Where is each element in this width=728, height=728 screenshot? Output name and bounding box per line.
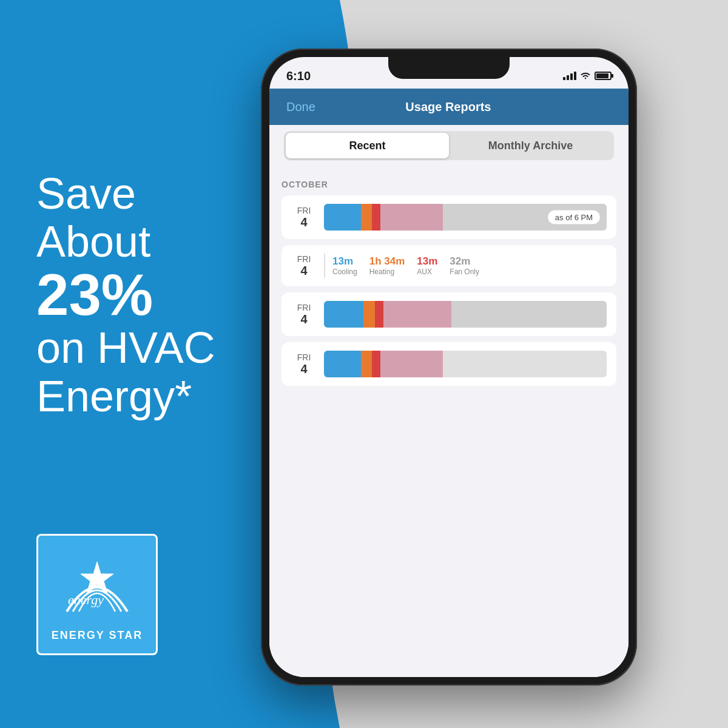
tab-recent[interactable]: Recent [286, 133, 449, 158]
nav-bar: Done Usage Reports [269, 89, 629, 125]
day-label-stats: FRI 4 [291, 254, 317, 278]
day-label-1: FRI 4 [291, 206, 317, 229]
battery-icon [595, 72, 612, 80]
left-panel-text: Save About 23% on HVAC Energy* [36, 170, 215, 420]
done-button[interactable]: Done [286, 100, 315, 114]
stat-cooling-label: Cooling [332, 268, 357, 276]
nav-title: Usage Reports [405, 100, 491, 114]
tab-monthly-archive-label: Monthly Archive [488, 140, 573, 152]
day-name-1: FRI [291, 206, 317, 215]
stat-aux-label: AUX [417, 268, 437, 276]
stat-aux: 13m AUX [417, 255, 437, 276]
bar-track-4 [324, 351, 607, 377]
stat-cooling-value: 13m [332, 255, 357, 268]
signal-bar-4 [574, 72, 576, 80]
wifi-icon [580, 71, 591, 81]
bar-orange-4 [361, 351, 372, 377]
save-line2: About [36, 217, 150, 266]
segmented-control: Recent Monthly Archive [284, 131, 614, 160]
bar-blue-4 [324, 351, 361, 377]
bar-cooling-1 [324, 204, 361, 231]
signal-bar-2 [567, 75, 569, 80]
tab-monthly-archive[interactable]: Monthly Archive [449, 133, 612, 158]
day-num-stats: 4 [291, 264, 317, 278]
phone-frame: 6:10 Don [261, 49, 637, 686]
svg-marker-0 [81, 562, 113, 593]
day-num-4: 4 [291, 362, 317, 376]
tab-recent-label: Recent [349, 140, 385, 152]
signal-bar-1 [563, 77, 565, 80]
bar-blue-3 [324, 301, 363, 328]
bar-aux-1 [372, 204, 380, 231]
phone-container: 6:10 Don [261, 49, 637, 686]
usage-row-1[interactable]: FRI 4 as of 6 PM [281, 195, 616, 239]
usage-row-4[interactable]: FRI 4 [281, 342, 616, 386]
day-num-1: 4 [291, 215, 317, 229]
bar-red-3 [375, 301, 383, 328]
phone-notch [388, 57, 510, 79]
stat-heating-value: 1h 34m [369, 255, 405, 268]
battery-fill [596, 73, 608, 78]
day-name-3: FRI [291, 303, 317, 312]
bar-heating-1 [361, 204, 372, 231]
bar-empty-3 [451, 301, 607, 328]
bar-track-3 [324, 301, 607, 328]
phone-screen: 6:10 Don [269, 57, 629, 677]
day-name-4: FRI [291, 352, 317, 362]
stat-fan-value: 32m [450, 255, 479, 268]
hvac-line2: Energy* [36, 372, 192, 420]
stats-values: 13m Cooling 1h 34m Heating 13m AUX 32m [332, 255, 607, 276]
day-name-stats: FRI [291, 254, 317, 264]
save-line1: Save [36, 169, 136, 218]
stats-divider [324, 254, 325, 278]
hvac-line1: on HVAC [36, 323, 215, 372]
content-area: OCTOBER FRI 4 as of 6 PM [269, 170, 629, 677]
bar-pink-4 [380, 351, 443, 377]
bar-pink-1 [380, 204, 443, 231]
stat-fan: 32m Fan Only [450, 255, 479, 276]
as-of-badge: as of 6 PM [547, 210, 601, 225]
bar-red-4 [372, 351, 380, 377]
status-icons [563, 71, 612, 81]
day-label-4: FRI 4 [291, 352, 317, 376]
status-time: 6:10 [286, 69, 311, 83]
percent-text: 23% [36, 266, 215, 324]
bar-orange-3 [363, 301, 375, 328]
stat-aux-value: 13m [417, 255, 437, 268]
stat-cooling: 13m Cooling [332, 255, 357, 276]
section-label: OCTOBER [281, 180, 616, 189]
energy-star-logo-icon: energy [55, 548, 140, 627]
day-num-3: 4 [291, 312, 317, 326]
stat-heating-label: Heating [369, 268, 405, 276]
bar-empty-4 [443, 351, 607, 377]
stats-row[interactable]: FRI 4 13m Cooling 1h 34m Heating [281, 245, 616, 286]
usage-row-3[interactable]: FRI 4 [281, 292, 616, 336]
stat-fan-label: Fan Only [450, 268, 479, 276]
stat-heating: 1h 34m Heating [369, 255, 405, 276]
svg-text:energy: energy [68, 592, 104, 607]
signal-bars-icon [563, 72, 576, 80]
bar-track-1: as of 6 PM [324, 204, 607, 231]
signal-bar-3 [570, 73, 573, 80]
day-label-3: FRI 4 [291, 303, 317, 326]
bar-pink-3 [383, 301, 451, 328]
energy-star-badge: energy ENERGY STAR [36, 534, 158, 655]
energy-star-label: ENERGY STAR [52, 629, 143, 642]
